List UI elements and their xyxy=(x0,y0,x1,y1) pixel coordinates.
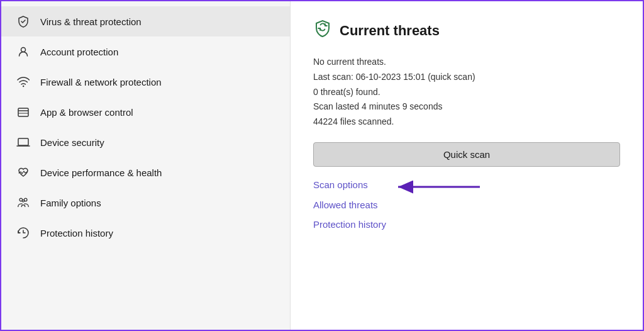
sidebar-item-browser[interactable]: App & browser control xyxy=(1,97,290,127)
sidebar-item-virus[interactable]: Virus & threat protection xyxy=(1,6,290,36)
threat-status: No current threats. xyxy=(313,55,620,70)
sidebar-item-firewall[interactable]: Firewall & network protection xyxy=(1,67,290,97)
wifi-icon xyxy=(16,76,30,88)
svg-point-1 xyxy=(23,86,24,87)
main-panel: Current threats No current threats. Last… xyxy=(291,1,643,330)
threat-info: No current threats. Last scan: 06-10-202… xyxy=(313,55,620,130)
links-section: Scan options Allowed threats Protection … xyxy=(313,179,620,230)
quick-scan-button[interactable]: Quick scan xyxy=(313,142,620,167)
browser-icon xyxy=(16,106,30,118)
svg-point-0 xyxy=(21,48,26,52)
sidebar-item-account-label: Account protection xyxy=(40,47,118,57)
sidebar-item-firewall-label: Firewall & network protection xyxy=(40,77,162,87)
shield-icon xyxy=(16,15,30,28)
sidebar-item-device-perf-label: Device performance & health xyxy=(40,167,162,178)
laptop-icon xyxy=(16,136,30,149)
svg-point-8 xyxy=(22,200,24,202)
protection-history-link[interactable]: Protection history xyxy=(313,219,620,230)
person-icon xyxy=(16,45,30,58)
allowed-threats-link[interactable]: Allowed threats xyxy=(313,199,620,210)
arrow-annotation xyxy=(382,174,483,199)
svg-rect-5 xyxy=(18,138,28,145)
scan-duration: Scan lasted 4 minutes 9 seconds xyxy=(313,99,620,115)
last-scan: Last scan: 06-10-2023 15:01 (quick scan) xyxy=(313,70,620,85)
refresh-shield-icon xyxy=(313,19,332,42)
files-scanned: 44224 files scanned. xyxy=(313,115,620,130)
sidebar-item-device-perf[interactable]: Device performance & health xyxy=(1,157,290,188)
svg-rect-2 xyxy=(18,108,28,116)
sidebar-item-account[interactable]: Account protection xyxy=(1,36,290,67)
family-icon xyxy=(16,196,30,209)
threats-found: 0 threat(s) found. xyxy=(313,85,620,100)
sidebar: Virus & threat protection Account protec… xyxy=(1,1,291,330)
sidebar-item-history-label: Protection history xyxy=(40,228,113,238)
sidebar-item-browser-label: App & browser control xyxy=(40,107,133,118)
sidebar-item-device-security-label: Device security xyxy=(40,137,104,148)
sidebar-item-virus-label: Virus & threat protection xyxy=(40,16,142,27)
history-icon xyxy=(16,227,30,239)
sidebar-item-family-label: Family options xyxy=(40,198,101,208)
sidebar-item-family[interactable]: Family options xyxy=(1,188,290,218)
section-header: Current threats xyxy=(313,19,620,42)
sidebar-item-history[interactable]: Protection history xyxy=(1,218,290,248)
scan-options-row: Scan options xyxy=(313,179,620,191)
sidebar-item-device-security[interactable]: Device security xyxy=(1,127,290,157)
scan-options-link[interactable]: Scan options xyxy=(313,179,368,190)
heart-icon xyxy=(16,166,30,179)
section-title: Current threats xyxy=(340,23,440,39)
